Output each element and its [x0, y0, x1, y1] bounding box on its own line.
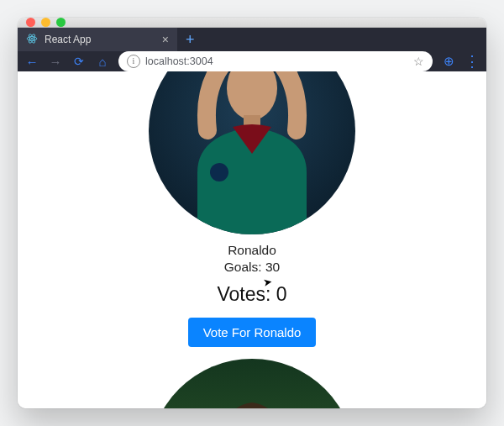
avatar-image-icon — [149, 359, 355, 408]
site-info-icon[interactable]: i — [127, 55, 140, 68]
tab-close-icon[interactable]: × — [162, 33, 169, 46]
vote-button[interactable]: Vote For Ronaldo — [188, 318, 317, 347]
window-zoom-dot[interactable] — [56, 18, 66, 27]
player-votes: Votes: 0 — [217, 283, 286, 306]
tab-strip: React App × + — [18, 28, 486, 51]
browser-toolbar: ← → ⟳ ⌂ i localhost:3004 ☆ ⊕ ⋮ — [18, 51, 486, 71]
player-name: Ronaldo — [228, 243, 276, 258]
svg-point-9 — [210, 163, 228, 181]
player-avatar-ronaldo — [149, 71, 355, 234]
page-viewport: Ronaldo Goals: 30 Votes: 0 Vote For Rona… — [18, 71, 486, 408]
player-avatar-messi — [149, 359, 355, 408]
address-bar[interactable]: i localhost:3004 ☆ — [118, 51, 433, 71]
url-text: localhost:3004 — [145, 55, 213, 67]
browser-window: React App × + ← → ⟳ ⌂ i localhost:3004 ☆… — [18, 18, 486, 408]
home-button[interactable]: ⌂ — [95, 55, 110, 69]
browser-menu-icon[interactable]: ⋮ — [465, 55, 480, 67]
reload-button[interactable]: ⟳ — [71, 55, 87, 68]
bookmark-star-icon[interactable]: ☆ — [413, 55, 424, 68]
svg-point-3 — [31, 38, 33, 39]
back-button[interactable]: ← — [24, 55, 39, 69]
page-scroll[interactable]: Ronaldo Goals: 30 Votes: 0 Vote For Rona… — [18, 71, 486, 408]
forward-button[interactable]: → — [48, 55, 63, 69]
window-minimize-dot[interactable] — [41, 18, 50, 27]
new-tab-button[interactable]: + — [177, 28, 203, 51]
macos-titlebar — [18, 18, 486, 28]
extensions-icon[interactable]: ⊕ — [441, 54, 456, 69]
page-content: Ronaldo Goals: 30 Votes: 0 Vote For Rona… — [18, 71, 486, 408]
tab-title: React App — [45, 34, 91, 45]
svg-rect-10 — [149, 359, 355, 408]
player-goals: Goals: 30 — [224, 260, 280, 275]
react-favicon-icon — [26, 33, 38, 47]
tab-react-app[interactable]: React App × — [18, 28, 177, 51]
window-close-dot[interactable] — [26, 18, 35, 27]
avatar-image-icon — [149, 71, 355, 234]
